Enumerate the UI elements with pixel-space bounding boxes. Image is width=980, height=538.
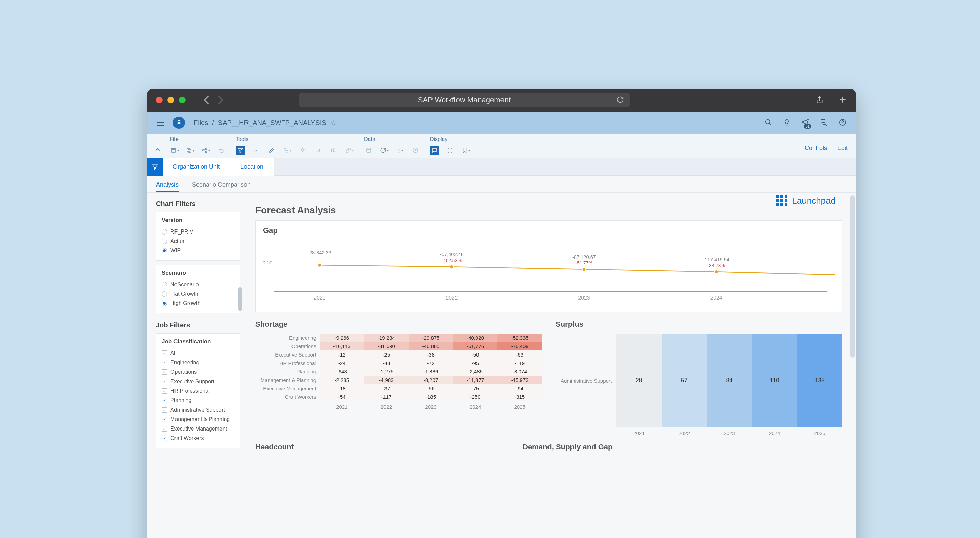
heatmap-cell[interactable]: -11,877 xyxy=(453,376,498,384)
radio-high-growth[interactable]: High Growth xyxy=(162,299,235,308)
heatmap-cell[interactable]: -1,886 xyxy=(409,367,453,376)
menu-icon[interactable] xyxy=(157,120,164,126)
conditional-formatting-icon[interactable]: ▾ xyxy=(282,146,292,155)
heatmap-cell[interactable]: -1,275 xyxy=(364,367,409,376)
tab-scenario-comparison[interactable]: Scenario Comparison xyxy=(192,181,251,192)
check-administrative-support[interactable]: ✓Administrative Support xyxy=(162,405,235,415)
heatmap-cell[interactable]: -29,875 xyxy=(409,333,453,342)
forward-button[interactable] xyxy=(215,95,225,105)
new-tab-icon[interactable] xyxy=(838,95,847,105)
bookmark-icon[interactable]: ▾ xyxy=(461,146,470,155)
heatmap-cell[interactable]: -185 xyxy=(409,393,453,401)
undo-icon[interactable] xyxy=(216,146,226,155)
heatmap-cell[interactable]: -19,284 xyxy=(364,333,409,342)
surplus-bar[interactable]: 28 xyxy=(616,333,662,427)
surplus-chart[interactable]: Administrative Support285784110135 xyxy=(555,333,842,427)
heatmap-cell[interactable]: -40,920 xyxy=(453,333,498,342)
heatmap-cell[interactable]: -52,335 xyxy=(498,333,542,342)
heatmap-cell[interactable]: -56 xyxy=(409,384,453,393)
variables-icon[interactable]: { }▾ xyxy=(395,146,404,155)
tab-analysis[interactable]: Analysis xyxy=(156,181,178,192)
url-field[interactable]: SAP Workflow Management xyxy=(299,93,630,108)
heatmap-cell[interactable]: -61,776 xyxy=(453,342,498,351)
heatmap-cell[interactable]: -38 xyxy=(409,351,453,359)
close-icon[interactable] xyxy=(156,97,163,103)
heatmap-cell[interactable]: -648 xyxy=(320,367,364,376)
heatmap-cell[interactable]: -75 xyxy=(453,384,498,393)
save-icon[interactable]: ▾ xyxy=(170,146,179,155)
heatmap-cell[interactable]: -3,074 xyxy=(498,367,542,376)
check-craft-workers[interactable]: ✓Craft Workers xyxy=(162,433,235,443)
heatmap-cell[interactable]: -119 xyxy=(498,359,542,367)
filter-tool-icon[interactable] xyxy=(236,146,245,155)
heatmap-cell[interactable]: -9,266 xyxy=(320,333,364,342)
discussion-icon[interactable] xyxy=(820,118,828,127)
heatmap-cell[interactable]: -31,690 xyxy=(364,342,409,351)
heatmap-cell[interactable]: -117 xyxy=(364,393,409,401)
avatar[interactable] xyxy=(173,117,185,129)
heatmap-cell[interactable]: -94 xyxy=(498,384,542,393)
check-executive-support[interactable]: ✓Executive Support xyxy=(162,377,235,386)
favorite-icon[interactable]: ☆ xyxy=(330,119,336,127)
minimize-icon[interactable] xyxy=(167,97,174,103)
surplus-bar[interactable]: 135 xyxy=(797,333,842,427)
share-icon[interactable] xyxy=(815,95,824,105)
check-executive-management[interactable]: ✓Executive Management xyxy=(162,424,235,433)
heatmap-cell[interactable]: -15,973 xyxy=(498,376,542,384)
check-operations[interactable]: ✓Operations xyxy=(162,367,235,377)
check-management-&-planning[interactable]: ✓Management & Planning xyxy=(162,415,235,424)
reload-icon[interactable] xyxy=(616,96,624,105)
check-planning[interactable]: ✓Planning xyxy=(162,396,235,405)
heatmap-cell[interactable]: -76,409 xyxy=(498,342,542,351)
heatmap-cell[interactable]: -4,983 xyxy=(364,376,409,384)
launchpad-link[interactable]: Launchpad xyxy=(776,195,835,206)
heatmap-cell[interactable]: -2,485 xyxy=(453,367,498,376)
hyperlink-icon[interactable]: ▾ xyxy=(345,146,354,155)
data-source-icon[interactable] xyxy=(364,146,373,155)
surplus-bar[interactable]: 57 xyxy=(662,333,707,427)
radio-actual[interactable]: Actual xyxy=(162,236,235,246)
radio-noscenario[interactable]: NoScenario xyxy=(162,280,235,289)
check-hr-professional[interactable]: ✓HR Professional xyxy=(162,386,235,396)
comment-icon[interactable] xyxy=(430,146,439,155)
surplus-bar[interactable]: 110 xyxy=(752,333,797,427)
search-icon[interactable] xyxy=(765,119,772,127)
heatmap-cell[interactable]: -250 xyxy=(453,393,498,401)
heatmap-cell[interactable]: -48 xyxy=(364,359,409,367)
formula-icon[interactable]: fx xyxy=(251,146,261,155)
radio-wip[interactable]: WIP xyxy=(162,246,235,256)
help-icon[interactable] xyxy=(839,119,846,127)
heatmap-cell[interactable]: -54 xyxy=(320,393,364,401)
radio-flat-growth[interactable]: Flat Growth xyxy=(162,289,235,299)
filter-toggle-icon[interactable] xyxy=(147,158,163,176)
radio-rf_priv[interactable]: RF_PRIV xyxy=(162,227,235,236)
chip-org-unit[interactable]: Organization Unit xyxy=(163,158,230,176)
edit-link[interactable]: Edit xyxy=(837,144,848,152)
heatmap-cell[interactable]: -37 xyxy=(364,384,409,393)
gap-chart[interactable]: 0.00-28,342.332021-57,402.48-102.53%2022… xyxy=(263,238,835,305)
fullscreen-icon[interactable] xyxy=(445,146,455,155)
controls-link[interactable]: Controls xyxy=(805,144,827,152)
chip-location[interactable]: Location xyxy=(230,158,274,176)
heatmap-cell[interactable]: -24 xyxy=(320,359,364,367)
heatmap-cell[interactable]: -25 xyxy=(364,351,409,359)
check-engineering[interactable]: ✓Engineering xyxy=(162,358,235,367)
link-icon[interactable] xyxy=(313,146,323,155)
heatmap-cell[interactable]: -16,113 xyxy=(320,342,364,351)
heatmap-cell[interactable]: -12 xyxy=(320,351,364,359)
cross-calc-icon[interactable] xyxy=(329,146,339,155)
heatmap-cell[interactable]: -72 xyxy=(409,359,453,367)
main-scrollbar[interactable] xyxy=(851,193,854,538)
edit-icon[interactable] xyxy=(267,146,276,155)
heatmap-cell[interactable]: -63 xyxy=(498,351,542,359)
share-story-icon[interactable]: ▾ xyxy=(201,146,210,155)
heatmap-cell[interactable]: -95 xyxy=(453,359,498,367)
history-icon[interactable] xyxy=(410,146,420,155)
heatmap-cell[interactable]: -18 xyxy=(320,384,364,393)
heatmap-cell[interactable]: -315 xyxy=(498,393,542,401)
back-button[interactable] xyxy=(202,95,212,105)
surplus-bar[interactable]: 84 xyxy=(707,333,752,427)
sidebar-scrollbar[interactable] xyxy=(239,287,242,311)
heatmap-cell[interactable]: -50 xyxy=(453,351,498,359)
shortage-heatmap[interactable]: Engineering-9,266-19,284-29,875-40,920-5… xyxy=(255,333,542,411)
